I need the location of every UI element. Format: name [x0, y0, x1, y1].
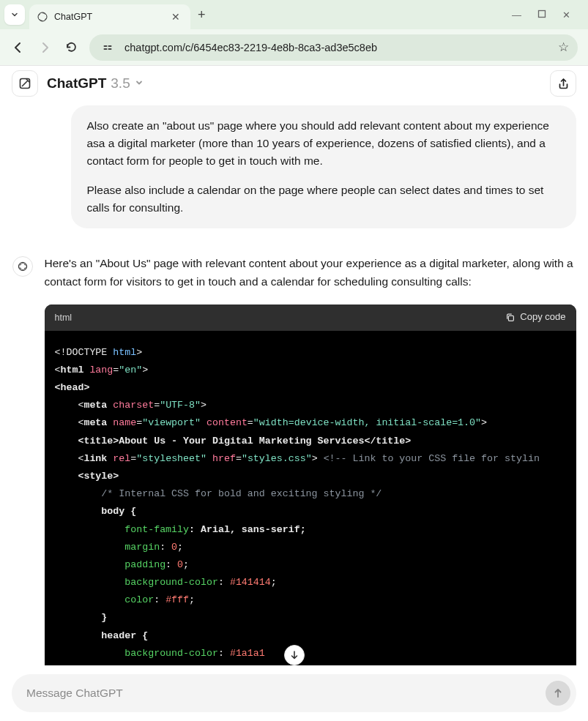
svg-point-0	[38, 12, 47, 21]
send-button[interactable]	[546, 681, 570, 706]
app-name: ChatGPT	[47, 75, 106, 91]
message-input[interactable]	[26, 687, 546, 700]
app-header: ChatGPT 3.5	[0, 66, 588, 101]
user-text: Also create an "about us" page where you…	[87, 117, 560, 170]
maximize-icon[interactable]	[537, 10, 546, 20]
code-block: html Copy code <!DOCTYPE html> <html lan…	[45, 305, 576, 665]
address-bar[interactable]: chatgpt.com/c/6454ec83-2219-4e8b-8ca3-ad…	[89, 34, 578, 61]
svg-rect-8	[509, 315, 514, 321]
chevron-down-icon	[135, 78, 144, 89]
svg-rect-4	[104, 48, 108, 50]
assistant-message: Here's an "About Us" page with relevant …	[12, 255, 576, 665]
tab-close-icon[interactable]: ✕	[168, 11, 183, 23]
composer	[0, 665, 588, 721]
copy-code-label: Copy code	[520, 310, 565, 325]
scroll-to-bottom-button[interactable]	[284, 645, 305, 665]
tab-title: ChatGPT	[54, 12, 168, 22]
new-chat-button[interactable]	[12, 70, 38, 97]
user-text: Please also include a calendar on the pa…	[87, 182, 560, 217]
chatgpt-app: ChatGPT 3.5 Also create an "about us" pa…	[0, 65, 588, 721]
svg-rect-2	[104, 45, 108, 47]
reload-button[interactable]	[63, 41, 79, 53]
code-lang-label: html	[55, 310, 72, 325]
tab-strip: ChatGPT ✕ + — ✕	[0, 0, 588, 29]
assistant-avatar	[12, 256, 33, 277]
share-button[interactable]	[550, 70, 576, 97]
tab-favicon	[37, 11, 48, 23]
model-version: 3.5	[111, 75, 130, 91]
browser-tab[interactable]: ChatGPT ✕	[29, 4, 190, 29]
svg-point-7	[18, 262, 26, 270]
copy-code-button[interactable]: Copy code	[505, 310, 565, 325]
forward-button[interactable]	[37, 41, 53, 54]
url-text: chatgpt.com/c/6454ec83-2219-4e8b-8ca3-ad…	[124, 42, 551, 53]
code-header: html Copy code	[45, 305, 576, 331]
close-icon[interactable]: ✕	[562, 10, 570, 20]
window-controls: — ✕	[512, 10, 584, 20]
conversation-scroll[interactable]: Also create an "about us" page where you…	[0, 101, 588, 665]
back-button[interactable]	[10, 41, 26, 54]
model-picker[interactable]: ChatGPT 3.5	[47, 75, 144, 91]
bookmark-icon[interactable]: ☆	[558, 40, 569, 55]
svg-rect-5	[108, 48, 112, 50]
svg-rect-1	[539, 10, 546, 17]
user-message: Also create an "about us" page where you…	[71, 105, 576, 228]
new-tab-button[interactable]: +	[190, 7, 213, 23]
minimize-icon[interactable]: —	[512, 10, 521, 20]
site-info-icon[interactable]	[98, 38, 117, 57]
composer-input-wrap[interactable]	[12, 674, 576, 712]
toolbar: chatgpt.com/c/6454ec83-2219-4e8b-8ca3-ad…	[0, 29, 588, 65]
assistant-text: Here's an "About Us" page with relevant …	[45, 255, 576, 291]
tab-search-button[interactable]	[4, 4, 25, 25]
browser-chrome: ChatGPT ✕ + — ✕ chatgpt.com/c/6454ec83-2…	[0, 0, 588, 65]
svg-rect-3	[108, 45, 112, 47]
code-content: <!DOCTYPE html> <html lang="en"> <head> …	[45, 331, 576, 665]
